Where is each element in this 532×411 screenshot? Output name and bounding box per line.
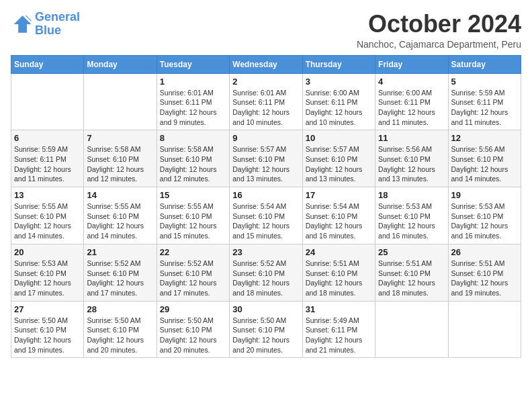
day-info: Sunrise: 5:55 AM Sunset: 6:10 PM Dayligh…	[87, 201, 153, 241]
day-number: 20	[14, 247, 81, 257]
calendar-cell: 22Sunrise: 5:52 AM Sunset: 6:10 PM Dayli…	[157, 244, 229, 301]
day-info: Sunrise: 5:51 AM Sunset: 6:10 PM Dayligh…	[306, 259, 372, 298]
calendar-cell: 9Sunrise: 5:57 AM Sunset: 6:10 PM Daylig…	[230, 130, 302, 187]
calendar-cell: 8Sunrise: 5:58 AM Sunset: 6:10 PM Daylig…	[157, 130, 229, 187]
day-number: 8	[160, 133, 226, 143]
day-number: 21	[87, 247, 153, 257]
day-info: Sunrise: 5:51 AM Sunset: 6:10 PM Dayligh…	[378, 259, 445, 298]
day-info: Sunrise: 5:58 AM Sunset: 6:10 PM Dayligh…	[87, 144, 153, 184]
day-number: 3	[306, 77, 372, 87]
calendar-week-row: 20Sunrise: 5:53 AM Sunset: 6:10 PM Dayli…	[11, 244, 521, 301]
logo-line2: Blue	[35, 24, 61, 37]
calendar-week-row: 13Sunrise: 5:55 AM Sunset: 6:10 PM Dayli…	[11, 187, 521, 244]
calendar-cell: 16Sunrise: 5:54 AM Sunset: 6:10 PM Dayli…	[230, 187, 302, 244]
day-number: 15	[160, 190, 226, 200]
day-number: 5	[451, 77, 518, 87]
day-info: Sunrise: 6:00 AM Sunset: 6:11 PM Dayligh…	[378, 88, 445, 128]
day-number: 6	[14, 133, 81, 143]
calendar-cell: 25Sunrise: 5:51 AM Sunset: 6:10 PM Dayli…	[375, 244, 448, 301]
column-header-sunday: Sunday	[11, 55, 84, 73]
day-info: Sunrise: 5:56 AM Sunset: 6:10 PM Dayligh…	[451, 144, 518, 184]
calendar-week-row: 6Sunrise: 5:59 AM Sunset: 6:11 PM Daylig…	[11, 130, 521, 187]
day-info: Sunrise: 5:51 AM Sunset: 6:10 PM Dayligh…	[451, 259, 518, 298]
day-info: Sunrise: 5:59 AM Sunset: 6:11 PM Dayligh…	[14, 144, 81, 184]
calendar-cell: 14Sunrise: 5:55 AM Sunset: 6:10 PM Dayli…	[84, 187, 157, 244]
page-header: General Blue October 2024 Nanchoc, Cajam…	[11, 11, 521, 50]
calendar-cell: 17Sunrise: 5:54 AM Sunset: 6:10 PM Dayli…	[302, 187, 375, 244]
day-number: 19	[451, 190, 518, 200]
day-number: 7	[87, 133, 153, 143]
day-info: Sunrise: 6:01 AM Sunset: 6:11 PM Dayligh…	[160, 88, 226, 128]
calendar-cell: 5Sunrise: 5:59 AM Sunset: 6:11 PM Daylig…	[448, 73, 521, 130]
day-number: 10	[306, 133, 372, 143]
day-number: 28	[87, 304, 153, 314]
calendar-cell: 3Sunrise: 6:00 AM Sunset: 6:11 PM Daylig…	[302, 73, 375, 130]
calendar-cell: 23Sunrise: 5:52 AM Sunset: 6:10 PM Dayli…	[230, 244, 302, 301]
calendar-cell: 27Sunrise: 5:50 AM Sunset: 6:10 PM Dayli…	[11, 301, 84, 358]
day-number: 18	[378, 190, 445, 200]
calendar-cell: 11Sunrise: 5:56 AM Sunset: 6:10 PM Dayli…	[375, 130, 448, 187]
calendar-cell: 2Sunrise: 6:01 AM Sunset: 6:11 PM Daylig…	[230, 73, 302, 130]
calendar-cell: 18Sunrise: 5:53 AM Sunset: 6:10 PM Dayli…	[375, 187, 448, 244]
day-number: 12	[451, 133, 518, 143]
logo-text: General Blue	[35, 11, 80, 38]
logo-icon	[11, 13, 32, 35]
logo-line1: General	[35, 10, 80, 24]
day-info: Sunrise: 6:00 AM Sunset: 6:11 PM Dayligh…	[306, 88, 372, 128]
calendar-cell: 13Sunrise: 5:55 AM Sunset: 6:10 PM Dayli…	[11, 187, 84, 244]
day-info: Sunrise: 5:52 AM Sunset: 6:10 PM Dayligh…	[87, 259, 153, 298]
calendar-cell: 19Sunrise: 5:53 AM Sunset: 6:10 PM Dayli…	[448, 187, 521, 244]
day-number: 4	[378, 77, 445, 87]
day-info: Sunrise: 5:54 AM Sunset: 6:10 PM Dayligh…	[306, 201, 372, 241]
calendar-table: SundayMondayTuesdayWednesdayThursdayFrid…	[11, 55, 521, 359]
column-header-saturday: Saturday	[448, 55, 521, 73]
calendar-cell: 21Sunrise: 5:52 AM Sunset: 6:10 PM Dayli…	[84, 244, 157, 301]
day-number: 29	[160, 304, 226, 314]
column-header-wednesday: Wednesday	[230, 55, 302, 73]
calendar-week-row: 27Sunrise: 5:50 AM Sunset: 6:10 PM Dayli…	[11, 301, 521, 358]
day-number: 14	[87, 190, 153, 200]
day-number: 17	[306, 190, 372, 200]
day-info: Sunrise: 5:58 AM Sunset: 6:10 PM Dayligh…	[160, 144, 226, 184]
calendar-cell	[448, 301, 521, 358]
title-block: October 2024 Nanchoc, Cajamarca Departme…	[357, 11, 521, 50]
day-info: Sunrise: 5:50 AM Sunset: 6:10 PM Dayligh…	[160, 316, 226, 355]
day-info: Sunrise: 5:57 AM Sunset: 6:10 PM Dayligh…	[306, 144, 372, 184]
day-info: Sunrise: 5:55 AM Sunset: 6:10 PM Dayligh…	[160, 201, 226, 241]
day-number: 22	[160, 247, 226, 257]
day-number: 1	[160, 77, 226, 87]
day-info: Sunrise: 5:53 AM Sunset: 6:10 PM Dayligh…	[451, 201, 518, 241]
calendar-cell	[11, 73, 84, 130]
day-number: 27	[14, 304, 81, 314]
day-number: 26	[451, 247, 518, 257]
calendar-cell	[375, 301, 448, 358]
day-info: Sunrise: 5:53 AM Sunset: 6:10 PM Dayligh…	[378, 201, 445, 241]
calendar-cell: 7Sunrise: 5:58 AM Sunset: 6:10 PM Daylig…	[84, 130, 157, 187]
calendar-cell: 30Sunrise: 5:50 AM Sunset: 6:10 PM Dayli…	[230, 301, 302, 358]
logo: General Blue	[11, 11, 80, 38]
calendar-cell: 28Sunrise: 5:50 AM Sunset: 6:10 PM Dayli…	[84, 301, 157, 358]
day-info: Sunrise: 5:50 AM Sunset: 6:10 PM Dayligh…	[232, 316, 299, 355]
day-info: Sunrise: 5:50 AM Sunset: 6:10 PM Dayligh…	[87, 316, 153, 355]
calendar-cell: 24Sunrise: 5:51 AM Sunset: 6:10 PM Dayli…	[302, 244, 375, 301]
day-info: Sunrise: 5:53 AM Sunset: 6:10 PM Dayligh…	[14, 259, 81, 298]
day-info: Sunrise: 5:49 AM Sunset: 6:11 PM Dayligh…	[306, 316, 372, 355]
day-number: 11	[378, 133, 445, 143]
day-number: 2	[232, 77, 299, 87]
day-info: Sunrise: 5:57 AM Sunset: 6:10 PM Dayligh…	[232, 144, 299, 184]
day-number: 23	[232, 247, 299, 257]
day-info: Sunrise: 5:50 AM Sunset: 6:10 PM Dayligh…	[14, 316, 81, 355]
calendar-cell: 20Sunrise: 5:53 AM Sunset: 6:10 PM Dayli…	[11, 244, 84, 301]
day-number: 30	[232, 304, 299, 314]
column-header-thursday: Thursday	[302, 55, 375, 73]
day-info: Sunrise: 5:56 AM Sunset: 6:10 PM Dayligh…	[378, 144, 445, 184]
day-info: Sunrise: 6:01 AM Sunset: 6:11 PM Dayligh…	[232, 88, 299, 128]
month-title: October 2024	[357, 11, 521, 38]
calendar-cell: 26Sunrise: 5:51 AM Sunset: 6:10 PM Dayli…	[448, 244, 521, 301]
location-subtitle: Nanchoc, Cajamarca Department, Peru	[357, 39, 521, 50]
column-header-friday: Friday	[375, 55, 448, 73]
day-number: 13	[14, 190, 81, 200]
calendar-cell: 15Sunrise: 5:55 AM Sunset: 6:10 PM Dayli…	[157, 187, 229, 244]
day-number: 16	[232, 190, 299, 200]
calendar-cell: 31Sunrise: 5:49 AM Sunset: 6:11 PM Dayli…	[302, 301, 375, 358]
